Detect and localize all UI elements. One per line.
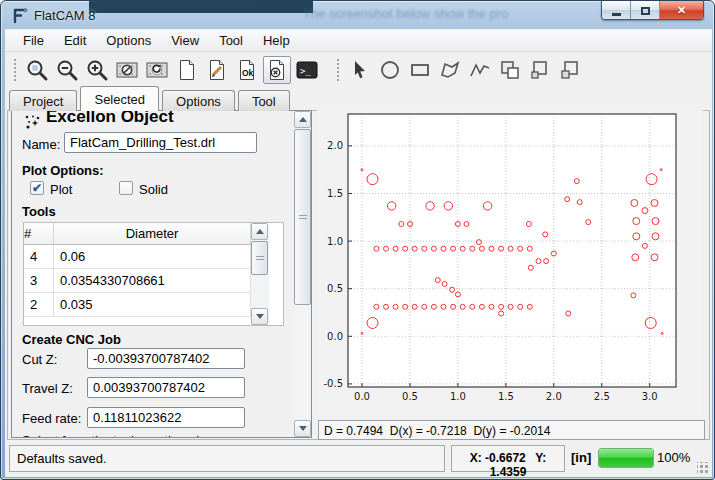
coord-x: X: -0.6672 — [470, 451, 526, 465]
window-controls: ✕ — [601, 1, 704, 20]
arrow-up-icon — [256, 229, 264, 234]
zoom-out-icon[interactable] — [53, 56, 81, 84]
measurement-readout: D = 0.7494 D(x) = -0.7218 D(y) = -0.2014 — [318, 420, 705, 440]
toolbar-drag-handle[interactable] — [336, 58, 341, 82]
svg-text:2.0: 2.0 — [327, 140, 343, 151]
tab-bar: Project Selected Options Tool — [9, 89, 710, 111]
tab-options[interactable]: Options — [162, 90, 235, 111]
flatcam-window: The screenshot below show the pro FlatCA… — [0, 0, 715, 480]
replot-icon[interactable] — [143, 56, 171, 84]
title-bar[interactable]: The screenshot below show the pro FlatCA… — [1, 1, 714, 29]
tool-diameter: 0.035 — [54, 293, 251, 316]
minimize-icon — [612, 13, 621, 16]
maximize-icon — [641, 7, 650, 15]
svg-text:1.0: 1.0 — [450, 391, 466, 402]
plot-canvas[interactable]: 0.00.51.01.52.02.53.02.01.51.00.50.0-0.5 — [317, 110, 703, 416]
select-icon[interactable] — [346, 56, 374, 84]
solid-checkbox[interactable] — [119, 181, 133, 195]
tab-tool[interactable]: Tool — [238, 90, 290, 111]
new-project-icon[interactable] — [173, 56, 201, 84]
svg-text:0.0: 0.0 — [327, 331, 343, 342]
table-scrollbar — [251, 223, 269, 325]
svg-text:1.5: 1.5 — [498, 391, 514, 402]
scroll-down-button[interactable] — [251, 308, 268, 325]
svg-text:1.5: 1.5 — [327, 188, 343, 199]
svg-text:0.0: 0.0 — [354, 391, 370, 402]
scroll-up-button[interactable] — [251, 223, 268, 240]
table-row[interactable]: 2 0.035 — [24, 293, 251, 317]
menu-edit[interactable]: Edit — [54, 30, 96, 51]
save-ok-icon[interactable]: Ok — [233, 56, 261, 84]
scroll-up-button[interactable] — [294, 111, 311, 128]
scrollbar-thumb[interactable] — [294, 129, 311, 305]
maximize-button[interactable] — [631, 1, 660, 20]
draw-polyline-icon[interactable] — [466, 56, 494, 84]
status-bar: Defaults saved. X: -0.6672 Y: 1.4359 [in… — [5, 441, 712, 477]
solid-checkbox-label[interactable]: Solid — [139, 182, 168, 197]
cut-z-input[interactable] — [87, 348, 245, 369]
resize-grip[interactable] — [697, 462, 709, 474]
tool-number: 4 — [24, 245, 54, 268]
svg-text:2.0: 2.0 — [546, 391, 562, 402]
zoom-in-icon[interactable] — [83, 56, 111, 84]
table-row[interactable]: 4 0.06 — [24, 245, 251, 269]
name-label: Name: — [22, 137, 60, 152]
move-objects-icon[interactable] — [526, 56, 554, 84]
tools-table: # Diameter 4 0.06 3 0.0354330708661 2 0.… — [23, 222, 284, 326]
draw-circle-icon[interactable] — [376, 56, 404, 84]
toolbar-drag-handle[interactable] — [13, 58, 18, 82]
tools-label: Tools — [22, 204, 56, 219]
menu-help[interactable]: Help — [253, 30, 300, 51]
travel-z-label: Travel Z: — [22, 381, 73, 396]
copy-objects-icon[interactable] — [496, 56, 524, 84]
zoom-fit-icon[interactable] — [23, 56, 51, 84]
plot-checkbox[interactable]: ✔ — [30, 181, 44, 195]
arrow-down-icon — [299, 426, 307, 431]
column-header-number[interactable]: # — [24, 223, 54, 244]
draw-polygon-icon[interactable] — [436, 56, 464, 84]
thumb-grip — [299, 215, 307, 221]
travel-z-input[interactable] — [87, 377, 245, 398]
table-row[interactable]: 3 0.0354330708661 — [24, 269, 251, 293]
arrow-down-icon — [256, 314, 264, 319]
tool-diameter: 0.06 — [54, 245, 251, 268]
tools-note: Select from the tools section above — [22, 433, 224, 437]
feed-rate-input[interactable] — [87, 407, 245, 428]
panel-scrollbar — [294, 111, 312, 437]
progress-fill — [599, 449, 653, 467]
menu-tool[interactable]: Tool — [209, 30, 253, 51]
draw-rectangle-icon[interactable] — [406, 56, 434, 84]
client-area: File Edit Options View Tool Help — [5, 29, 712, 477]
object-title: Excellon Object — [46, 111, 174, 127]
drill-scatter-plot: 0.00.51.01.52.02.53.02.01.51.00.50.0-0.5 — [317, 110, 703, 416]
plot-checkbox-label[interactable]: Plot — [50, 182, 72, 197]
name-input[interactable] — [64, 132, 257, 153]
scrollbar-thumb[interactable] — [251, 241, 268, 275]
close-button[interactable]: ✕ — [660, 1, 703, 20]
tab-selected[interactable]: Selected — [80, 86, 159, 111]
arrow-up-icon — [299, 117, 307, 122]
menu-options[interactable]: Options — [96, 30, 161, 51]
duplicate-objects-icon[interactable] — [556, 56, 584, 84]
shell-icon[interactable]: >_ — [293, 56, 321, 84]
thumb-grip — [256, 256, 264, 262]
scroll-down-button[interactable] — [294, 420, 311, 437]
column-header-diameter[interactable]: Diameter — [54, 223, 251, 244]
svg-text:Ok: Ok — [242, 68, 254, 78]
units-indicator: [in] — [571, 450, 591, 465]
minimize-button[interactable] — [602, 1, 631, 20]
cut-z-label: Cut Z: — [22, 352, 57, 367]
clear-plot-icon[interactable] — [113, 56, 141, 84]
tab-project[interactable]: Project — [9, 90, 77, 111]
tool-diameter: 0.0354330708661 — [54, 269, 251, 292]
svg-text:0.5: 0.5 — [402, 391, 418, 402]
tool-number: 3 — [24, 269, 54, 292]
cursor-coordinates: X: -0.6672 Y: 1.4359 — [451, 445, 565, 472]
svg-text:3.0: 3.0 — [642, 391, 658, 402]
menu-bar: File Edit Options View Tool Help — [5, 30, 712, 52]
edit-object-icon[interactable] — [203, 56, 231, 84]
menu-view[interactable]: View — [161, 30, 209, 51]
menu-file[interactable]: File — [13, 30, 54, 51]
delete-object-icon[interactable] — [263, 56, 291, 84]
selected-panel-scrollarea: Excellon Object Name: Plot Options: ✔ Pl… — [11, 110, 312, 438]
